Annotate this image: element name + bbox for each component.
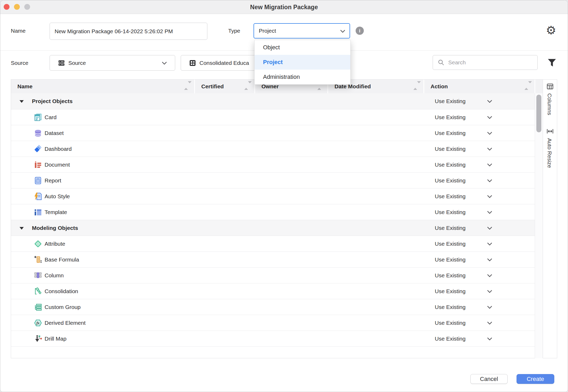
- source-environment-value: Source: [68, 55, 86, 70]
- column-header-action[interactable]: Action: [423, 80, 534, 93]
- column-header-name[interactable]: Name: [11, 80, 194, 93]
- row-label: Document: [45, 157, 70, 173]
- row-label: Base Formula: [45, 252, 79, 268]
- chevron-down-icon: [487, 211, 492, 214]
- package-name-input[interactable]: [50, 23, 207, 40]
- row-label: Dataset: [45, 125, 64, 141]
- chevron-down-icon: [487, 116, 492, 119]
- column-header-spacer: [534, 80, 543, 93]
- table-group-row[interactable]: Modeling Objects Use Existing: [11, 220, 535, 236]
- tab-columns[interactable]: Columns: [543, 83, 557, 128]
- table-row[interactable]: Derived Element Use Existing: [11, 315, 535, 331]
- info-icon[interactable]: i: [356, 27, 364, 35]
- scrollbar-thumb[interactable]: [536, 95, 541, 132]
- row-label: Column: [45, 268, 64, 283]
- action-value: Use Existing: [435, 188, 466, 204]
- chevron-down-icon: [162, 62, 167, 65]
- type-select[interactable]: Project: [254, 23, 350, 38]
- table-row[interactable]: Card Use Existing: [11, 109, 535, 125]
- chevron-down-icon: [487, 163, 492, 167]
- collapse-caret-icon[interactable]: [20, 100, 24, 103]
- group-label: Modeling Objects: [32, 220, 78, 236]
- sort-icon: [524, 83, 528, 90]
- action-value: Use Existing: [435, 315, 466, 331]
- action-value: Use Existing: [435, 220, 466, 236]
- type-select-value: Project: [259, 24, 276, 38]
- type-dropdown-menu: Object Project Administration: [254, 40, 351, 85]
- chevron-down-icon: [487, 290, 492, 293]
- document-icon: [34, 161, 42, 169]
- column-header-certified[interactable]: Certified: [194, 80, 254, 93]
- chevron-down-icon: [487, 148, 492, 151]
- chevron-down-icon: [487, 195, 492, 198]
- chevron-down-icon: [340, 30, 345, 33]
- title-bar: New Migration Package: [0, 0, 568, 14]
- search-input[interactable]: [448, 55, 535, 70]
- table-row[interactable]: Report Use Existing: [11, 172, 535, 188]
- chevron-down-icon: [487, 306, 492, 309]
- menu-item-administration[interactable]: Administration: [255, 70, 350, 84]
- menu-item-object[interactable]: Object: [255, 40, 350, 55]
- action-value: Use Existing: [435, 157, 466, 173]
- table-row[interactable]: Dataset Use Existing: [11, 125, 535, 141]
- collapse-caret-icon[interactable]: [20, 227, 24, 230]
- template-icon: [34, 208, 42, 216]
- chevron-down-icon: [487, 258, 492, 262]
- derived-element-icon: [34, 319, 42, 327]
- source-label: Source: [11, 60, 28, 66]
- objects-table: Name Certified Owner Date Modified Actio…: [11, 79, 543, 358]
- custom-group-icon: [34, 303, 42, 311]
- header-label: Name: [17, 80, 32, 93]
- action-value: Use Existing: [435, 125, 466, 141]
- tab-auto-resize[interactable]: Auto Resize: [543, 128, 557, 180]
- row-label: Report: [45, 173, 61, 188]
- table-row[interactable]: Column Use Existing: [11, 267, 535, 283]
- header-label: Action: [431, 80, 448, 93]
- table-row[interactable]: Consolidation Use Existing: [11, 283, 535, 299]
- window-title: New Migration Package: [0, 0, 568, 14]
- chevron-down-icon: [487, 227, 492, 230]
- action-value: Use Existing: [435, 109, 466, 125]
- action-value: Use Existing: [435, 173, 466, 188]
- cancel-button[interactable]: Cancel: [470, 374, 508, 384]
- filter-icon[interactable]: [547, 58, 557, 68]
- row-label: Card: [45, 109, 57, 125]
- table-row[interactable]: Auto Style Use Existing: [11, 188, 535, 204]
- base-formula-icon: [34, 255, 42, 264]
- vertical-scrollbar: [535, 93, 543, 358]
- server-icon: [58, 59, 65, 67]
- consolidation-icon: [34, 287, 42, 296]
- auto-resize-icon: [546, 128, 554, 135]
- menu-item-project[interactable]: Project: [255, 55, 350, 70]
- chevron-down-icon: [487, 179, 492, 182]
- action-value: Use Existing: [435, 299, 466, 315]
- table-row[interactable]: Dashboard Use Existing: [11, 141, 535, 157]
- table-row[interactable]: Base Formula Use Existing: [11, 251, 535, 267]
- row-label: Dashboard: [45, 141, 72, 157]
- table-row[interactable]: Drill Map Use Existing: [11, 331, 535, 346]
- table-body: Project Objects Use Existing Card Use Ex…: [11, 93, 535, 358]
- action-value: Use Existing: [435, 93, 466, 109]
- action-value: Use Existing: [435, 252, 466, 268]
- action-value: Use Existing: [435, 331, 466, 347]
- sort-icon: [413, 83, 417, 90]
- table-row[interactable]: Custom Group Use Existing: [11, 299, 535, 315]
- source-project-value: Consolidated Educa: [199, 55, 249, 70]
- row-label: Custom Group: [45, 299, 81, 315]
- table-row[interactable]: Attribute Use Existing: [11, 236, 535, 251]
- chevron-down-icon: [487, 322, 492, 325]
- column-icon: [34, 271, 42, 280]
- table-row[interactable]: Document Use Existing: [11, 157, 535, 172]
- settings-gear-icon[interactable]: ⚙: [546, 24, 556, 37]
- side-panel: Columns Auto Resize: [543, 79, 557, 358]
- table-row[interactable]: Template Use Existing: [11, 204, 535, 220]
- action-value: Use Existing: [435, 283, 466, 299]
- table-group-row[interactable]: Project Objects Use Existing: [11, 93, 535, 109]
- create-button[interactable]: Create: [517, 374, 554, 384]
- tab-label: Auto Resize: [546, 138, 553, 168]
- chevron-down-icon: [487, 243, 492, 246]
- report-icon: [34, 176, 42, 185]
- source-environment-select[interactable]: Source: [50, 55, 175, 71]
- dashboard-icon: [34, 145, 42, 153]
- row-label: Auto Style: [45, 188, 70, 204]
